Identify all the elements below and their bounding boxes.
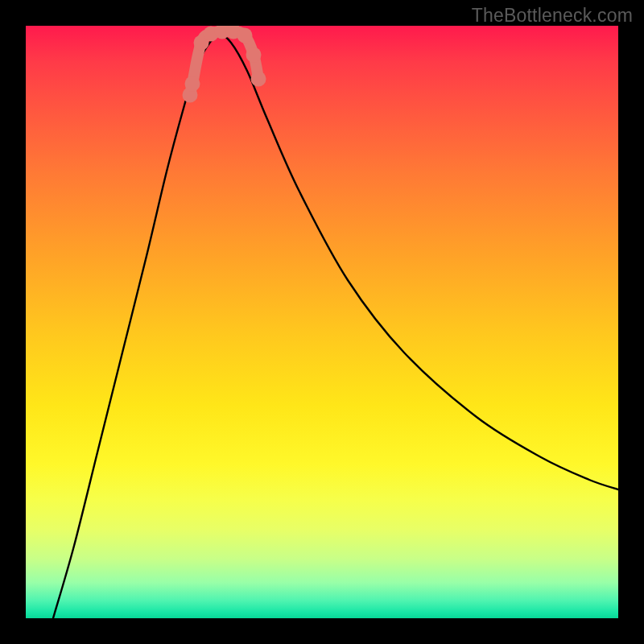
plot-area <box>26 26 618 618</box>
bead-markers <box>183 26 266 103</box>
main-curve <box>53 35 618 618</box>
bead-marker <box>246 47 262 63</box>
bead-marker <box>185 76 200 92</box>
curve-layer <box>26 26 618 618</box>
bead-marker <box>251 72 266 87</box>
chart-frame: TheBottleneck.com <box>0 0 644 644</box>
watermark-text: TheBottleneck.com <box>472 5 633 27</box>
bead-marker <box>237 28 253 43</box>
